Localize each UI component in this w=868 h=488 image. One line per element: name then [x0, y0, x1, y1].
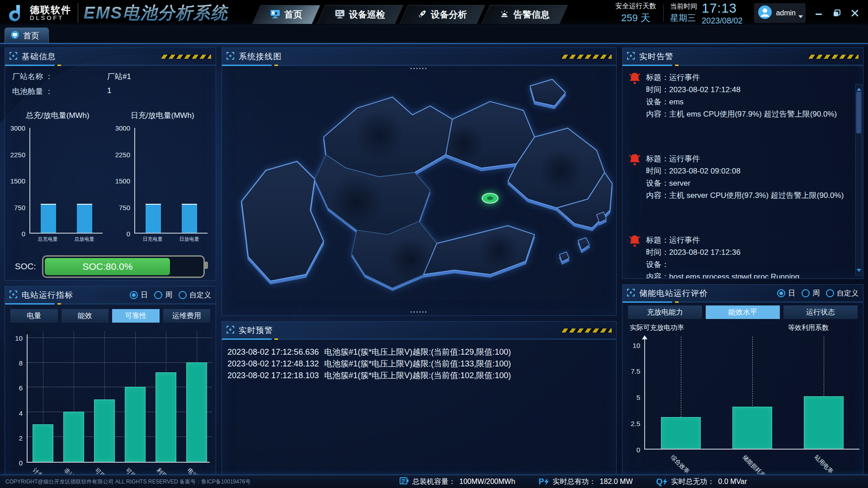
- clock-time: 17:13: [702, 1, 742, 16]
- field-value: 1: [107, 86, 111, 97]
- panel-title: 系统接线图: [239, 51, 282, 62]
- radio-day[interactable]: 日: [130, 291, 148, 300]
- bar-计划停运系数: [33, 424, 53, 462]
- user-menu[interactable]: admin: [754, 3, 806, 23]
- basic-info-panel: 基础信息 厂站名称 ： 厂站#1 电池舱量 ： 1: [5, 47, 216, 281]
- panel-title: 实时预警: [239, 325, 273, 336]
- tab-charge-capability[interactable]: 充放电能力: [628, 305, 702, 319]
- radio-week[interactable]: 周: [802, 289, 820, 298]
- warning-row: 2023-08-02 17:12:18.103 电池簇#1(簇*电压上限V)越限…: [227, 370, 614, 381]
- metric-label: 实时总有功：: [553, 477, 596, 487]
- metric-label: 总装机容量：: [412, 477, 456, 487]
- field-value: 厂站#1: [107, 71, 131, 82]
- alarm-content: 内容：host ems process stgwd proc Running: [646, 271, 799, 278]
- sub-label-power: 实际可充放电功率: [630, 324, 684, 332]
- ems-dashboard: 德联软件 DLSOFT EMS电池分析系统 首页 设备: [0, 0, 868, 488]
- panel-title: 电站运行指标: [22, 290, 73, 300]
- bar-日放电量: [182, 204, 197, 233]
- clock-label: 当前时间: [670, 2, 697, 11]
- tab-energy[interactable]: 电量: [10, 309, 58, 323]
- main-content: 基础信息 厂站名称 ： 厂站#1 电池舱量 ： 1: [0, 44, 868, 488]
- efficiency-chart: 02.557.510综合效率储能损耗率站用电率: [623, 332, 863, 479]
- chart-title: 日充/放电量(MWh): [131, 110, 211, 121]
- x-label: 站用电率: [812, 453, 835, 475]
- tab-efficiency[interactable]: 能效: [61, 309, 109, 323]
- maximize-button[interactable]: [832, 8, 842, 18]
- scroll-down-icon[interactable]: [857, 269, 861, 274]
- minimize-button[interactable]: [814, 8, 824, 18]
- radio-custom[interactable]: 自定义: [826, 289, 859, 298]
- tab-maintenance-cost[interactable]: 运维费用: [163, 309, 211, 323]
- realtime-warning-panel: 实时预警 2023-08-02 17:12:56.636 电池簇#1(簇*电压上…: [222, 321, 617, 488]
- soc-label: SOC:: [15, 262, 36, 272]
- alarm-device: 设备：: [646, 258, 799, 271]
- warning-list: 2023-08-02 17:12:56.636 电池簇#1(簇*电压上限V)越限…: [222, 339, 616, 381]
- radio-selected-icon: [777, 289, 785, 297]
- alarm-device: 设备：server: [646, 177, 844, 189]
- panel-corner-icon: [226, 326, 234, 335]
- x-label: 日放电量: [179, 236, 199, 243]
- nav-label: 告警信息: [514, 9, 550, 21]
- region-map[interactable]: [224, 67, 614, 314]
- radio-custom[interactable]: 自定义: [179, 291, 211, 300]
- realtime-alarm-panel: 实时告警 标题：运行事件 时间：2023-08-02 17:12:48 设: [622, 47, 863, 279]
- main-nav: 首页 设备巡检 设备分析: [256, 5, 568, 24]
- scroll-up-icon[interactable]: [857, 85, 861, 91]
- alarm-content: 内容：主机 ems CPU使用(97.9%) 超过告警上限(90.0%): [646, 108, 837, 120]
- bar-利用系数: [156, 372, 176, 462]
- radio-week[interactable]: 周: [154, 291, 172, 300]
- panel-title: 储能电站运行评价: [639, 288, 708, 299]
- page-tab-home[interactable]: 首页: [5, 28, 49, 43]
- metric-value: 182.0 MW: [600, 478, 633, 486]
- nav-tab-analysis[interactable]: 设备分析: [400, 5, 486, 24]
- bar-储能损耗率: [732, 407, 772, 449]
- radio-day[interactable]: 日: [777, 289, 795, 298]
- alarm-scrollbar[interactable]: [855, 84, 862, 276]
- copyright-text: COPYRIGHT@烟台开发区德联软件有限公司 ALL RIGHTS RESER…: [0, 478, 250, 486]
- tab-efficiency-level[interactable]: 能效水平: [706, 305, 780, 319]
- nav-tab-alarm-info[interactable]: 告警信息: [481, 5, 568, 24]
- tab-running-status[interactable]: 运行状态: [783, 305, 858, 319]
- center-column: 系统接线图 ••••••: [222, 47, 617, 488]
- alarm-bell-icon: [628, 234, 642, 278]
- device-inspection-icon: [335, 9, 345, 20]
- panel-header: 储能电站运行评价 日 周 自定义: [623, 285, 863, 302]
- warning-text: 电池簇#1(簇*电压上限V)越限:(当前值:133,限值:100): [324, 358, 511, 370]
- alarm-time: 时间：2023-08-02 17:12:48: [646, 84, 837, 96]
- app-title: EMS电池分析系统: [84, 2, 228, 24]
- splitter-handle[interactable]: ••••••: [410, 310, 428, 314]
- alarm-time: 时间：2023-08-02 17:12:36: [646, 246, 799, 258]
- safe-running-days: 安全运行天数 259 天: [608, 2, 663, 25]
- nav-tab-home[interactable]: 首页: [252, 5, 321, 24]
- hazard-stripes: [562, 55, 612, 59]
- alarm-device: 设备：ems: [646, 96, 837, 108]
- radio-selected-icon: [130, 291, 138, 299]
- panel-corner-icon: [226, 52, 234, 61]
- station-marker: [482, 193, 498, 203]
- metric-value: 100MW/200MWh: [459, 478, 515, 486]
- panel-header: 电站运行指标 日 周 自定义: [5, 286, 216, 304]
- dlsoft-logo-icon: [6, 3, 26, 23]
- panel-header: 实时预警: [222, 322, 616, 339]
- x-label: 综合效率: [669, 453, 691, 475]
- siren-icon: [500, 9, 509, 20]
- radio-icon: [826, 289, 834, 297]
- station-fields: 厂站名称 ： 厂站#1 电池舱量 ： 1: [5, 65, 216, 103]
- chevron-down-icon: [798, 15, 803, 20]
- field-row: 厂站名称 ： 厂站#1: [12, 71, 208, 82]
- radio-icon: [154, 291, 162, 299]
- reactive-power: Q 实时总无功：0.0 MVar: [656, 477, 747, 487]
- bar-站用电率: [804, 396, 844, 449]
- field-row: 电池舱量 ： 1: [12, 86, 208, 97]
- globe-badge-icon: [10, 30, 19, 41]
- right-column: 实时告警 标题：运行事件 时间：2023-08-02 17:12:48 设: [622, 47, 863, 488]
- safe-days-value: 259 天: [615, 11, 656, 25]
- nav-tab-inspection[interactable]: 设备巡检: [317, 5, 404, 24]
- close-button[interactable]: [850, 8, 860, 18]
- daily-charge-discharge-chart: 日充/放电量(MWh) 0750150022503000日充电量日放电量: [113, 110, 211, 244]
- scrollbar-thumb[interactable]: [856, 92, 861, 133]
- station-evaluation-panel: 储能电站运行评价 日 周 自定义 充放电能力 能效水平 运行状态 实际可充放电功…: [622, 284, 863, 488]
- tab-reliability[interactable]: 可靠性: [112, 309, 160, 323]
- panel-title: 实时告警: [639, 51, 674, 62]
- alarm-time: 时间：2023-08-02 09:02:08: [646, 165, 844, 177]
